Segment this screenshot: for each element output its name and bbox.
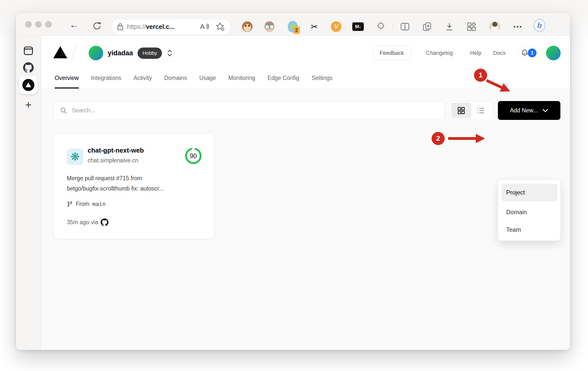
- extensions-puzzle-icon[interactable]: [375, 21, 386, 32]
- user-avatar[interactable]: [546, 46, 561, 60]
- dropdown-item-team[interactable]: Team: [502, 221, 557, 239]
- vercel-logo[interactable]: [53, 46, 67, 58]
- clipper-extension-icon[interactable]: ✂: [309, 21, 320, 32]
- plan-badge: Hobby: [138, 48, 162, 59]
- toolbar-divider: [393, 22, 393, 31]
- tab-panel-icon[interactable]: [23, 46, 34, 56]
- team-switcher[interactable]: yidadaa Hobby: [89, 46, 173, 60]
- feedback-button[interactable]: Feedback: [373, 46, 411, 60]
- search-icon: [60, 107, 67, 114]
- git-branch-icon: [67, 201, 73, 207]
- feedback-label: Feedback: [380, 50, 404, 56]
- grid-view-icon: [457, 106, 465, 115]
- vercel-dashboard: yidadaa Hobby Feedback Changelog Help Do…: [41, 36, 570, 350]
- tab-monitoring[interactable]: Monitoring: [228, 68, 255, 88]
- commit-line-2: betgo/bugfix-scrollthumb fix: autoscr...: [67, 183, 202, 194]
- branch-prefix: From: [76, 201, 89, 207]
- apps-grid-icon[interactable]: [466, 21, 477, 32]
- vercel-favicon: [22, 79, 34, 91]
- read-aloud-icon[interactable]: A: [200, 22, 210, 31]
- project-card[interactable]: ❋ chat-gpt-next-web chat.simplenaive.cn …: [53, 133, 214, 239]
- browser-toolbar: ← https://vercel.c... A: [16, 13, 570, 36]
- zoom-window-button[interactable]: [45, 21, 52, 28]
- commit-line-1: Merge pull request #715 from: [67, 173, 202, 183]
- github-tab-icon[interactable]: [23, 62, 34, 73]
- browser-profile-avatar[interactable]: [489, 21, 501, 32]
- openai-logo-icon: ❋: [71, 151, 80, 162]
- analytics-score[interactable]: 90: [185, 148, 202, 164]
- project-search[interactable]: [53, 101, 444, 120]
- new-tab-icon[interactable]: +: [25, 99, 32, 110]
- team-avatar: [89, 46, 103, 60]
- scope-selector-icon[interactable]: [166, 49, 173, 57]
- extension-badge: 2: [293, 26, 300, 34]
- browser-window: ← https://vercel.c... A: [16, 13, 570, 350]
- breadcrumb-slash: [72, 45, 76, 59]
- url-host: vercel.c...: [146, 23, 174, 30]
- tampermonkey-extension-icon[interactable]: [242, 21, 253, 32]
- branch-row: From main: [67, 201, 106, 207]
- add-new-label: Add New...: [510, 107, 538, 114]
- close-window-button[interactable]: [25, 21, 32, 28]
- grid-view-button[interactable]: [451, 103, 471, 118]
- url-text: https://vercel.c...: [127, 23, 174, 30]
- annotation-step-2: 2: [432, 132, 445, 145]
- branch-name: main: [92, 201, 106, 207]
- address-bar[interactable]: https://vercel.c... A: [111, 19, 231, 34]
- downloads-icon[interactable]: [444, 21, 455, 32]
- score-value: 90: [185, 148, 202, 164]
- search-input[interactable]: [72, 107, 438, 114]
- team-name: yidadaa: [108, 49, 133, 57]
- deploy-time: 35m ago via: [67, 219, 98, 226]
- view-toggle: [449, 101, 493, 120]
- url-scheme: https://: [127, 23, 146, 30]
- dropdown-item-domain[interactable]: Domain: [502, 203, 557, 221]
- v-extension-icon[interactable]: V: [330, 21, 342, 32]
- browser-sidebar: +: [16, 36, 41, 350]
- add-new-dropdown: Project Domain Team: [498, 180, 561, 241]
- docs-link[interactable]: Docs: [493, 46, 506, 60]
- svg-text:A: A: [200, 23, 205, 30]
- project-icon: ❋: [67, 149, 83, 165]
- tab-usage[interactable]: Usage: [199, 68, 216, 88]
- vercel-tab-active[interactable]: [19, 76, 37, 94]
- help-link[interactable]: Help: [470, 46, 481, 60]
- annotation-arrow-1: [484, 78, 524, 101]
- tab-edge-config[interactable]: Edge Config: [268, 68, 300, 88]
- tab-settings[interactable]: Settings: [312, 68, 332, 88]
- bing-chat-icon[interactable]: b: [534, 20, 545, 31]
- collections-icon[interactable]: [421, 21, 433, 32]
- notification-count-badge: 1: [528, 49, 537, 57]
- tab-domains[interactable]: Domains: [164, 68, 187, 88]
- lock-icon: [117, 23, 124, 30]
- tab-integrations[interactable]: Integrations: [91, 68, 121, 88]
- tab-activity[interactable]: Activity: [134, 68, 152, 88]
- annotation-arrow-2: [447, 131, 494, 146]
- badged-extension-icon[interactable]: 2: [287, 21, 299, 32]
- split-screen-icon[interactable]: [399, 21, 411, 32]
- add-favorite-icon[interactable]: [215, 22, 225, 32]
- avatar-extension-icon[interactable]: [264, 21, 275, 32]
- github-icon: [101, 218, 108, 226]
- dropdown-item-project[interactable]: Project: [502, 184, 557, 201]
- commit-message: Merge pull request #715 from betgo/bugfi…: [67, 173, 202, 194]
- back-icon[interactable]: ←: [69, 19, 79, 30]
- dashboard-content: Add New... ❋ chat-gpt-next-web chat.simp…: [41, 88, 570, 350]
- notifications-button[interactable]: 1: [518, 46, 538, 59]
- add-new-button[interactable]: Add New...: [498, 101, 560, 120]
- project-domain[interactable]: chat.simplenaive.cn: [88, 157, 138, 164]
- project-name[interactable]: chat-gpt-next-web: [88, 147, 144, 154]
- minimize-window-button[interactable]: [35, 21, 42, 28]
- changelog-link[interactable]: Changelog: [426, 46, 453, 60]
- deployment-meta: 35m ago via: [67, 218, 108, 226]
- list-view-icon: [476, 107, 485, 115]
- markdown-extension-icon[interactable]: M↓: [352, 21, 364, 32]
- tab-overview[interactable]: Overview: [55, 68, 79, 88]
- more-menu-icon[interactable]: •••: [512, 21, 524, 32]
- list-view-button[interactable]: [471, 103, 491, 118]
- refresh-icon[interactable]: [92, 21, 102, 31]
- chevron-down-icon: [542, 109, 548, 113]
